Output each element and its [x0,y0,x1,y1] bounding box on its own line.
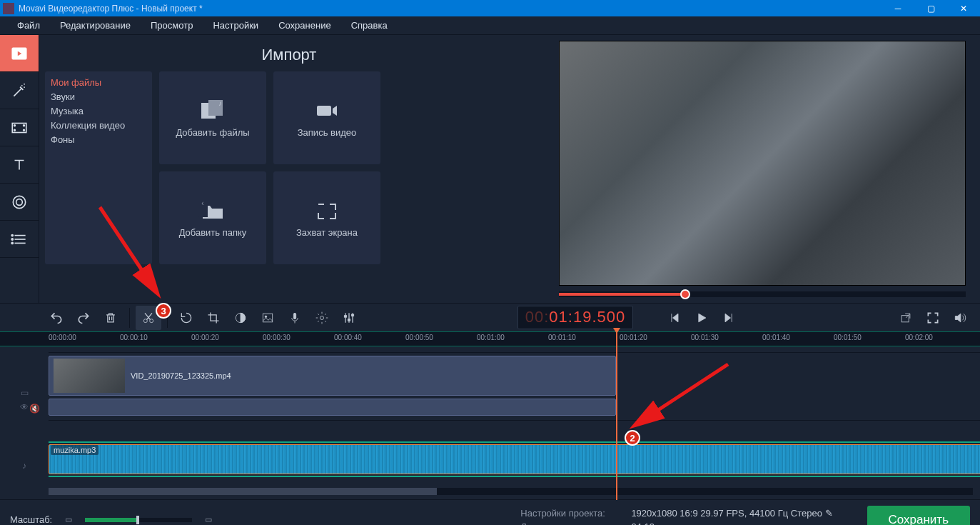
video-clip-name: VID_20190725_123325.mp4 [131,371,231,380]
svg-point-24 [265,316,267,318]
category-video-collection[interactable]: Коллекция видео [51,119,146,133]
menubar: Файл Редактирование Просмотр Настройки С… [0,16,980,35]
tab-titles[interactable] [0,146,39,184]
tab-transitions[interactable] [0,109,39,146]
svg-point-13 [11,238,13,239]
project-settings-label: Настройки проекта: [520,508,620,519]
menu-save[interactable]: Сохранение [268,18,341,33]
image-button[interactable] [255,306,281,330]
svg-point-8 [16,199,23,205]
preview-canvas[interactable] [559,41,966,286]
playhead[interactable] [616,332,617,500]
audio-track[interactable]: muzika.mp3 [49,441,980,477]
record-video-card[interactable]: Запись видео [273,71,380,164]
video-track[interactable]: VID_20190725_123325.mp4 [49,352,980,420]
svg-point-4 [14,129,16,131]
side-tabs [0,35,39,303]
ruler-tick: 00:01:40 [762,334,790,341]
mic-button[interactable] [282,306,308,330]
menu-view[interactable]: Просмотр [141,18,203,33]
preview-scrubber[interactable] [559,291,966,297]
svg-point-5 [24,124,25,126]
menu-help[interactable]: Справка [341,18,398,33]
undo-button[interactable] [44,306,69,330]
scrubber-knob[interactable] [680,289,690,299]
svg-point-26 [320,316,324,319]
audio-track-icon: ♪ [0,459,49,473]
ruler-tick: 00:02:00 [905,334,933,341]
tab-filters[interactable] [0,72,39,109]
project-duration-value: 04:13 [631,521,832,526]
menu-edit[interactable]: Редактирование [50,18,141,33]
collapse-handle[interactable]: ‹ [198,189,208,217]
maximize-button[interactable]: ▢ [914,0,947,16]
save-button[interactable]: Сохранить [867,506,970,526]
tab-more[interactable] [0,221,39,258]
svg-rect-25 [293,313,295,319]
close-button[interactable]: ✕ [947,0,980,16]
delete-button[interactable] [98,306,123,330]
equalizer-button[interactable] [336,306,362,330]
add-folder-card[interactable]: Добавить папку [159,171,266,264]
edit-settings-icon[interactable]: ✎ [825,508,833,519]
ruler-tick: 00:00:00 [49,334,76,341]
popout-button[interactable] [893,306,919,330]
annotation-badge-2: 2 [625,430,640,446]
play-button[interactable] [689,306,714,330]
category-music[interactable]: Музыка [51,104,146,119]
svg-point-7 [13,196,25,208]
rotate-button[interactable] [173,306,199,330]
audio-clip-name: muzika.mp3 [51,445,98,455]
zoom-label: Масштаб: [10,514,52,525]
scrollbar-thumb[interactable] [49,488,437,495]
window-title: Movavi Видеоредактор Плюс - Новый проект… [19,4,882,14]
spacer-track [49,420,980,441]
project-settings-value: 1920x1080 16:9 29.97 FPS, 44100 Гц Стере… [631,508,822,519]
screen-capture-card[interactable]: Захват экрана [273,171,380,264]
svg-point-6 [24,129,25,131]
ruler-tick: 00:01:00 [477,334,505,341]
prev-frame-button[interactable] [662,306,687,330]
category-my-files[interactable]: Мои файлы [51,76,146,90]
app-icon [3,3,14,14]
footer: Масштаб: ▭ ▭ Настройки проекта: 1920x108… [0,499,980,525]
svg-rect-23 [263,314,272,322]
redo-button[interactable] [71,306,96,330]
category-sounds[interactable]: Звуки [51,90,146,104]
ruler-tick: 00:00:40 [334,334,362,341]
zoom-out-icon[interactable]: ▭ [65,515,72,524]
toolbar: 00:01:19.500 [0,303,980,331]
minimize-button[interactable]: ─ [882,0,914,16]
import-heading: Импорт [45,35,533,71]
video-audio-subtrack[interactable] [49,399,616,416]
menu-file[interactable]: Файл [7,18,50,33]
audio-clip[interactable]: muzika.mp3 [49,444,980,474]
fullscreen-button[interactable] [920,306,946,330]
add-files-card[interactable]: ♪ Добавить файлы [159,71,266,164]
timecode-display: 00:01:19.500 [517,306,633,329]
ruler-tick: 00:00:30 [263,334,291,341]
ruler-tick: 00:01:30 [691,334,719,341]
menu-settings[interactable]: Настройки [203,18,268,33]
svg-rect-27 [344,315,346,317]
next-frame-button[interactable] [716,306,742,330]
color-button[interactable] [228,306,253,330]
time-ruler[interactable]: 00:00:00 00:00:10 00:00:20 00:00:30 00:0… [0,331,980,346]
titlebar: Movavi Видеоредактор Плюс - Новый проект… [0,0,980,16]
crop-button[interactable] [201,306,226,330]
volume-button[interactable] [947,306,973,330]
add-folder-label: Добавить папку [179,227,247,238]
gear-button[interactable] [309,306,335,330]
clip-thumbnail [54,359,125,393]
category-backgrounds[interactable]: Фоны [51,133,146,147]
svg-rect-28 [348,319,350,321]
video-track-icon: ▭ [0,386,49,400]
tab-import[interactable] [0,35,39,72]
preview-panel [545,35,980,303]
tab-stickers[interactable] [0,184,39,221]
ruler-tick: 00:00:20 [191,334,219,341]
timeline-scrollbar[interactable] [49,488,973,495]
zoom-slider[interactable] [85,518,192,522]
video-clip[interactable]: VID_20190725_123325.mp4 [49,356,616,396]
zoom-in-icon[interactable]: ▭ [205,515,212,524]
